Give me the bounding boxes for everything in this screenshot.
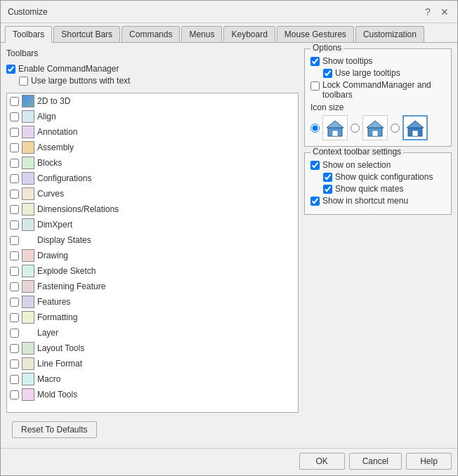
list-item[interactable]: Assembly: [7, 140, 298, 155]
show-on-selection-checkbox[interactable]: [310, 161, 320, 170]
list-item[interactable]: Mold Tools: [7, 387, 298, 402]
show-tooltips-checkbox[interactable]: [310, 57, 320, 66]
item-checkbox-layout[interactable]: [10, 344, 19, 353]
radio-medium: [351, 124, 360, 133]
icon-features: [22, 296, 34, 308]
icon-layout: [22, 342, 34, 355]
icon-size-large-radio[interactable]: [391, 124, 400, 133]
customize-dialog: Customize ? ✕ Toolbars Shortcut Bars Com…: [0, 0, 458, 476]
cancel-button[interactable]: Cancel: [349, 453, 402, 470]
list-item[interactable]: Layer: [7, 325, 298, 341]
icon-curves: [22, 187, 34, 200]
large-house-icon: [405, 118, 425, 138]
title-bar: Customize ? ✕: [1, 1, 457, 23]
item-checkbox-mold[interactable]: [10, 390, 19, 399]
tab-mouse-gestures[interactable]: Mouse Gestures: [277, 26, 354, 42]
tabs-bar: Toolbars Shortcut Bars Commands Menus Ke…: [1, 23, 457, 43]
icon-layer: [22, 326, 34, 339]
item-checkbox-2d3d[interactable]: [10, 97, 19, 106]
options-group: Options Show tooltips Use large tooltips…: [304, 48, 452, 147]
tab-shortcut-bars[interactable]: Shortcut Bars: [53, 26, 120, 42]
svg-rect-5: [372, 131, 378, 136]
list-item[interactable]: Curves: [7, 186, 298, 201]
toolbar-list[interactable]: 2D to 3D Align Annotation: [7, 93, 298, 412]
list-item[interactable]: Annotation: [7, 124, 298, 140]
svg-rect-8: [412, 131, 418, 136]
item-checkbox-dimxpert[interactable]: [10, 220, 19, 230]
item-checkbox-features[interactable]: [10, 298, 19, 307]
help-button[interactable]: ?: [422, 6, 433, 18]
show-quick-mates-label: Show quick mates: [335, 184, 403, 194]
options-title: Options: [310, 43, 344, 53]
icon-preview-small: [322, 115, 348, 140]
show-tooltips-row: Show tooltips: [310, 56, 445, 66]
list-item[interactable]: Display States: [7, 232, 298, 248]
item-checkbox-macro[interactable]: [10, 375, 19, 384]
svg-marker-1: [327, 121, 344, 128]
item-checkbox-assembly[interactable]: [10, 143, 19, 152]
use-large-tooltips-row: Use large tooltips: [323, 68, 445, 78]
icon-align: [22, 110, 34, 123]
use-large-tooltips-checkbox[interactable]: [323, 69, 332, 78]
show-quick-mates-checkbox[interactable]: [323, 185, 332, 194]
icon-size-medium-radio[interactable]: [351, 124, 360, 133]
help-dialog-button[interactable]: Help: [406, 453, 452, 470]
item-checkbox-fastening[interactable]: [10, 282, 19, 291]
list-item[interactable]: Macro: [7, 371, 298, 387]
item-checkbox-explode[interactable]: [10, 267, 19, 276]
show-quick-mates-row: Show quick mates: [323, 184, 445, 194]
list-item[interactable]: Features: [7, 294, 298, 310]
ok-button[interactable]: OK: [299, 453, 345, 470]
icon-size-section: Icon size: [310, 103, 445, 140]
list-item[interactable]: Configurations: [7, 171, 298, 186]
list-item[interactable]: Line Format: [7, 356, 298, 371]
list-item[interactable]: Dimensions/Relations: [7, 201, 298, 217]
icon-size-small-radio[interactable]: [310, 124, 320, 133]
show-quick-configs-label: Show quick configurations: [335, 172, 433, 182]
window-title: Customize: [8, 7, 48, 17]
tab-menus[interactable]: Menus: [181, 26, 222, 42]
list-item[interactable]: Drawing: [7, 248, 298, 263]
reset-defaults-button[interactable]: Reset To Defaults: [12, 421, 97, 438]
icon-dimxpert: [22, 218, 34, 231]
use-large-buttons-checkbox[interactable]: [19, 77, 28, 86]
show-on-selection-label: Show on selection: [322, 160, 391, 170]
item-checkbox-dimrel[interactable]: [10, 205, 19, 214]
item-checkbox-annotation[interactable]: [10, 128, 19, 137]
item-checkbox-display-states[interactable]: [10, 236, 19, 245]
enable-cmdmanager-checkbox[interactable]: [6, 65, 15, 74]
item-checkbox-formatting[interactable]: [10, 313, 19, 322]
tab-keyboard[interactable]: Keyboard: [223, 26, 275, 42]
list-item[interactable]: 2D to 3D: [7, 93, 298, 109]
close-button[interactable]: ✕: [439, 6, 450, 18]
icon-annotation: [22, 126, 34, 138]
list-item[interactable]: Blocks: [7, 155, 298, 171]
show-quick-configs-checkbox[interactable]: [323, 173, 332, 182]
list-item[interactable]: Formatting: [7, 310, 298, 325]
item-checkbox-drawing[interactable]: [10, 251, 19, 260]
list-item[interactable]: Align: [7, 109, 298, 124]
list-item[interactable]: Explode Sketch: [7, 263, 298, 279]
small-house-icon: [325, 118, 345, 138]
lock-cmdmanager-checkbox[interactable]: [310, 81, 320, 91]
item-checkbox-align[interactable]: [10, 112, 19, 121]
tab-toolbars[interactable]: Toolbars: [5, 26, 52, 43]
show-in-shortcut-checkbox[interactable]: [310, 197, 320, 206]
title-bar-controls: ? ✕: [422, 6, 450, 18]
tab-commands[interactable]: Commands: [122, 26, 180, 42]
item-checkbox-curves[interactable]: [10, 190, 19, 199]
show-in-shortcut-row: Show in shortcut menu: [310, 196, 445, 206]
item-checkbox-layer[interactable]: [10, 329, 19, 338]
icon-drawing: [22, 249, 34, 262]
lock-cmdmanager-row: Lock CommandManager and toolbars: [310, 80, 445, 100]
radio-large: [391, 124, 400, 133]
tab-customization[interactable]: Customization: [355, 26, 424, 42]
icon-size-options: [310, 115, 445, 140]
item-checkbox-blocks[interactable]: [10, 159, 19, 168]
list-item[interactable]: DimXpert: [7, 217, 298, 232]
list-item[interactable]: Fastening Feature: [7, 279, 298, 294]
item-checkbox-lineformat[interactable]: [10, 359, 19, 369]
list-item[interactable]: Layout Tools: [7, 341, 298, 356]
item-checkbox-configurations[interactable]: [10, 174, 19, 183]
toolbar-list-wrapper: 2D to 3D Align Annotation: [6, 93, 299, 413]
